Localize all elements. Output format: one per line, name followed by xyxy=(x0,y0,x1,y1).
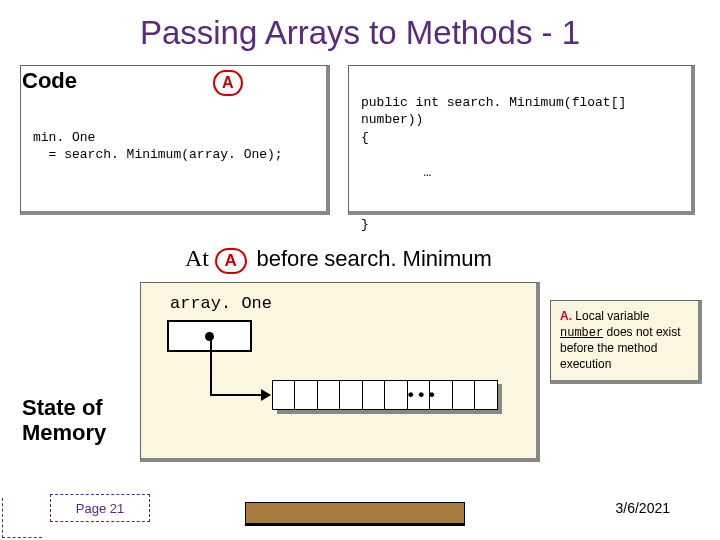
code-left-line2: = search. Minimum(array. One); xyxy=(33,147,283,162)
array-cell xyxy=(339,380,363,410)
code-right-line2: number)) xyxy=(361,112,423,127)
marker-a-inline: A xyxy=(215,248,247,274)
array-cell xyxy=(272,380,296,410)
array-cells xyxy=(273,380,498,410)
method-name: search. Minimum xyxy=(324,246,491,271)
state-of-memory-label: State of Memory xyxy=(22,395,106,446)
code-panel-right: public int search. Minimum(float[] numbe… xyxy=(348,65,695,215)
array-cell xyxy=(384,380,408,410)
array-cell xyxy=(452,380,476,410)
note-number: number xyxy=(560,326,603,340)
code-right-close: } xyxy=(361,217,369,232)
note-text1: Local variable xyxy=(575,309,649,323)
marker-a-top: A xyxy=(213,70,243,96)
pointer-line-v xyxy=(210,336,212,396)
note-a-label: A. xyxy=(560,309,572,323)
note-box: A. Local variable number does not exist … xyxy=(550,300,702,384)
page-number-badge: Page 21 xyxy=(50,494,150,522)
array-cell xyxy=(474,380,498,410)
code-right-line3: { xyxy=(361,130,369,145)
before-word: before xyxy=(256,246,318,271)
at-word: At xyxy=(185,245,209,271)
array-one-label: array. One xyxy=(170,294,272,313)
at-line: At A before search. Minimum xyxy=(185,245,492,274)
footer: Page 21 3/6/2021 xyxy=(0,496,720,540)
pointer-arrow-head xyxy=(261,389,271,401)
footer-bar xyxy=(245,502,465,526)
code-right-ellipsis: … xyxy=(361,165,431,180)
array-cell xyxy=(362,380,386,410)
array-cell xyxy=(317,380,341,410)
slide-title: Passing Arrays to Methods - 1 xyxy=(0,0,720,56)
array-cell xyxy=(294,380,318,410)
code-right-line1: public int search. Minimum(float[] xyxy=(361,95,626,110)
ellipsis-dots: ... xyxy=(407,370,439,404)
pointer-line-h xyxy=(210,394,263,396)
code-left-line1: min. One xyxy=(33,130,95,145)
footer-date: 3/6/2021 xyxy=(616,500,671,516)
code-label: Code xyxy=(22,68,77,94)
